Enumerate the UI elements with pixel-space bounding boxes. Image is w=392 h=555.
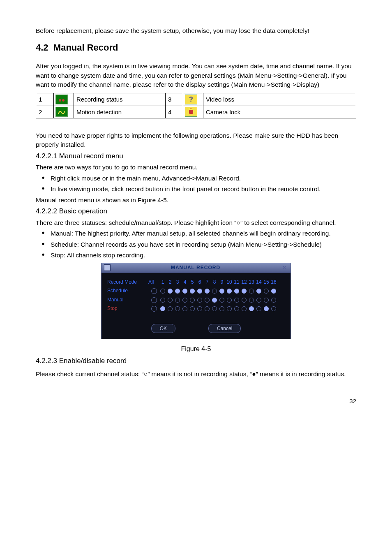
channel-radio[interactable] xyxy=(227,306,232,311)
channel-radio[interactable] xyxy=(249,289,254,294)
stop-label: Stop xyxy=(107,305,148,312)
channel-radio[interactable] xyxy=(160,289,165,294)
channel-radio[interactable] xyxy=(182,298,187,303)
list-item: Stop: All channels stop recording. xyxy=(36,251,356,260)
channel-radio[interactable] xyxy=(219,306,224,311)
channel-radio[interactable] xyxy=(256,306,261,311)
table-row: 1 Recording status 3 ? Video loss xyxy=(36,93,356,106)
schedule-all-radio[interactable] xyxy=(151,288,157,294)
table-row: 2 Motion detection 4 Camera lock xyxy=(36,106,356,118)
stop-radios[interactable] xyxy=(160,306,285,311)
channel-radio[interactable] xyxy=(242,298,247,303)
schedule-row: Schedule xyxy=(107,287,285,294)
dialog-footer: OK Cancel xyxy=(101,320,291,339)
intro-paragraph: Before replacement, please save the syst… xyxy=(36,26,356,35)
channel-radio[interactable] xyxy=(190,289,195,294)
channel-radio[interactable] xyxy=(197,298,202,303)
channel-radio[interactable] xyxy=(175,289,180,294)
channel-radio[interactable] xyxy=(271,289,276,294)
channel-radio[interactable] xyxy=(227,298,232,303)
paragraph: Please check current channel status: “○”… xyxy=(36,368,356,380)
channel-radio[interactable] xyxy=(256,298,261,303)
cell-icon xyxy=(183,106,203,118)
channel-radio[interactable] xyxy=(264,289,269,294)
recording-status-icon xyxy=(55,95,68,104)
channel-radio[interactable] xyxy=(242,289,247,294)
page: Before replacement, please save the syst… xyxy=(36,0,356,422)
channel-radio[interactable] xyxy=(271,306,276,311)
channel-radio[interactable] xyxy=(227,289,232,294)
channel-radio[interactable] xyxy=(212,289,217,294)
channel-number: 2 xyxy=(167,279,173,286)
channel-radio[interactable] xyxy=(168,306,173,311)
cancel-button[interactable]: Cancel xyxy=(208,324,241,333)
sub-heading-4221: 4.2.2.1 Manual record menu xyxy=(36,151,356,162)
cell-desc: Motion detection xyxy=(74,106,166,118)
dialog-icon xyxy=(104,264,111,271)
channel-radio[interactable] xyxy=(212,298,217,303)
channel-radio[interactable] xyxy=(234,306,239,311)
page-number: 32 xyxy=(36,397,356,406)
record-mode-label: Record Mode xyxy=(107,279,148,286)
channel-number: 11 xyxy=(234,279,240,286)
channel-number: 13 xyxy=(249,279,254,286)
manual-record-dialog: MANUAL RECORD ✕ Record Mode All 12345678… xyxy=(101,263,291,339)
channel-radio[interactable] xyxy=(205,306,210,311)
section-heading: 4.2 Manual Record xyxy=(36,41,356,54)
channel-radio[interactable] xyxy=(234,289,239,294)
channel-number: 6 xyxy=(197,279,203,286)
bullet-list: Manual: The highest priority. After manu… xyxy=(36,229,356,260)
channel-number: 7 xyxy=(204,279,210,286)
channel-radio[interactable] xyxy=(168,289,173,294)
channel-radio[interactable] xyxy=(205,298,210,303)
cell-icon xyxy=(54,93,74,106)
paragraph: There are two ways for you to go to manu… xyxy=(36,163,356,172)
channel-radio[interactable] xyxy=(256,289,261,294)
paragraph: There are three statuses: schedule/manua… xyxy=(36,218,356,227)
channel-radio[interactable] xyxy=(175,298,180,303)
channel-radio[interactable] xyxy=(197,289,202,294)
dialog-titlebar: MANUAL RECORD ✕ xyxy=(101,263,291,273)
channel-radio[interactable] xyxy=(219,289,224,294)
sub-heading-4223: 4.2.2.3 Enable/disable record xyxy=(36,356,356,366)
schedule-label: Schedule xyxy=(107,287,148,294)
channel-number: 12 xyxy=(241,279,247,286)
channel-radio[interactable] xyxy=(175,306,180,311)
channel-radio[interactable] xyxy=(190,298,195,303)
channel-radio[interactable] xyxy=(271,298,276,303)
close-icon[interactable]: ✕ xyxy=(281,264,288,271)
channel-radio[interactable] xyxy=(264,298,269,303)
stop-all-radio[interactable] xyxy=(151,306,157,312)
channel-radio[interactable] xyxy=(190,306,195,311)
cell-num: 3 xyxy=(166,93,183,106)
manual-all-radio[interactable] xyxy=(151,297,157,303)
channel-radio[interactable] xyxy=(160,306,165,311)
channel-radio[interactable] xyxy=(249,298,254,303)
rights-paragraph: You need to have proper rights to implem… xyxy=(36,131,356,150)
channel-radio[interactable] xyxy=(205,289,210,294)
ok-button[interactable]: OK xyxy=(151,324,175,333)
schedule-radios[interactable] xyxy=(160,289,285,294)
channel-radio[interactable] xyxy=(182,306,187,311)
channel-radio[interactable] xyxy=(249,306,254,311)
figure-caption: Figure 4-5 xyxy=(36,344,356,354)
cell-desc: Recording status xyxy=(74,93,166,106)
sub-heading-4222: 4.2.2.2 Basic operation xyxy=(36,206,356,217)
manual-radios[interactable] xyxy=(160,298,285,303)
channel-radio[interactable] xyxy=(168,298,173,303)
channel-number: 15 xyxy=(263,279,269,286)
channel-radio[interactable] xyxy=(242,306,247,311)
channel-radio[interactable] xyxy=(264,306,269,311)
figure-4-5: MANUAL RECORD ✕ Record Mode All 12345678… xyxy=(36,263,356,339)
channel-number: 10 xyxy=(226,279,232,286)
dialog-body: Record Mode All 12345678910111213141516 … xyxy=(101,273,291,320)
channel-radio[interactable] xyxy=(160,298,165,303)
channel-radio[interactable] xyxy=(182,289,187,294)
channel-radio[interactable] xyxy=(197,306,202,311)
channel-number: 9 xyxy=(219,279,225,286)
channel-radio[interactable] xyxy=(212,306,217,311)
manual-row: Manual xyxy=(107,296,285,303)
cell-desc: Camera lock xyxy=(203,106,356,118)
channel-radio[interactable] xyxy=(219,298,224,303)
channel-radio[interactable] xyxy=(234,298,239,303)
